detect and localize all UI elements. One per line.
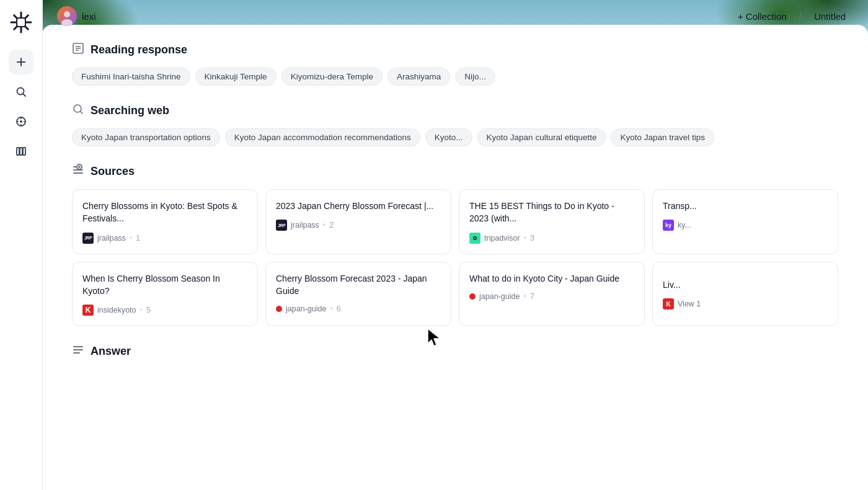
source-favicon-3: [469, 233, 480, 244]
reading-tags-row: Fushimi Inari-taisha Shrine Kinkakuji Te…: [72, 68, 838, 86]
tag-arashiyama[interactable]: Arashiyama: [388, 68, 450, 86]
source-num-3: 3: [530, 234, 534, 243]
source-card-4[interactable]: Transp... ky ky...: [652, 189, 838, 254]
sidebar: [0, 0, 42, 490]
untitled-button[interactable]: Untitled: [807, 7, 853, 25]
source-meta-6: japan-guide • 6: [276, 305, 441, 313]
answer-icon: [72, 344, 84, 359]
reading-response-header: Reading response: [72, 42, 838, 58]
source-sep-6: •: [330, 305, 332, 313]
source-card-1[interactable]: Cherry Blossoms in Kyoto: Best Spots & F…: [72, 189, 258, 254]
header-actions: + Collection / Untitled: [730, 7, 853, 25]
main-content: lexi + Collection / Untitled Reading res…: [42, 0, 868, 490]
source-title-2: 2023 Japan Cherry Blossom Forecast |...: [276, 200, 441, 212]
sources-title: Sources: [91, 165, 135, 178]
search-tag-travel-tips[interactable]: Kyoto Japan travel tips: [611, 128, 714, 146]
source-favicon-2: JRP: [276, 220, 287, 231]
user-info[interactable]: lexi: [57, 6, 96, 26]
source-title-8: Liv...: [663, 278, 681, 291]
sources-grid: Cherry Blossoms in Kyoto: Best Spots & F…: [72, 189, 838, 326]
source-card-3[interactable]: THE 15 BEST Things to Do in Kyoto - 2023…: [459, 189, 645, 254]
answer-section: Answer: [72, 344, 838, 359]
source-favicon-7: [469, 293, 476, 300]
header: lexi + Collection / Untitled: [42, 0, 868, 32]
svg-rect-16: [20, 148, 22, 155]
svg-rect-15: [17, 148, 19, 155]
source-card-7[interactable]: What to do in Kyoto City - Japan Guide j…: [459, 262, 645, 327]
reading-icon: [72, 42, 84, 58]
source-domain-4: ky...: [678, 221, 691, 229]
source-title-7: What to do in Kyoto City - Japan Guide: [469, 272, 634, 285]
breadcrumb-separator: /: [799, 11, 802, 22]
reading-response-title: Reading response: [91, 43, 187, 56]
sources-icon: [72, 164, 84, 179]
source-meta-3: tripadvisor • 3: [469, 233, 634, 244]
source-num-2: 2: [329, 221, 334, 229]
source-meta-7: japan-guide • 7: [469, 292, 634, 301]
search-tags-row: Kyoto Japan transportation options Kyoto…: [72, 128, 838, 146]
source-sep-5: •: [140, 306, 143, 314]
source-card-2[interactable]: 2023 Japan Cherry Blossom Forecast |... …: [265, 189, 451, 254]
source-title-4: Transp...: [663, 200, 828, 212]
source-title-3: THE 15 BEST Things to Do in Kyoto - 2023…: [469, 200, 634, 225]
svg-line-26: [81, 112, 83, 114]
source-domain-2: jrailpass: [291, 221, 319, 229]
search-tag-transportation[interactable]: Kyoto Japan transportation options: [72, 128, 220, 146]
library-button[interactable]: [9, 139, 33, 164]
source-title-6: Cherry Blossom Forecast 2023 - Japan Gui…: [276, 272, 441, 298]
answer-title: Answer: [91, 345, 131, 358]
searching-web-header: Searching web: [72, 103, 838, 118]
searching-web-section: Searching web: [72, 103, 838, 118]
search-tag-kyoto-partial[interactable]: Kyoto...: [425, 128, 472, 146]
sources-header: Sources: [72, 164, 838, 179]
discover-button[interactable]: [9, 109, 33, 134]
username-label: lexi: [82, 11, 96, 22]
source-domain-1: jrailpass: [97, 234, 126, 243]
tag-kinkakuji[interactable]: Kinkakuji Temple: [195, 68, 277, 86]
source-meta-4: ky ky...: [663, 220, 828, 231]
tag-fushimi[interactable]: Fushimi Inari-taisha Shrine: [72, 68, 190, 86]
svg-rect-17: [23, 148, 25, 155]
new-button[interactable]: [9, 50, 33, 74]
sources-section: Sources Cherry Blossoms in Kyoto: Best S…: [72, 164, 838, 326]
source-domain-8: View 1: [678, 300, 701, 308]
searching-web-title: Searching web: [91, 104, 169, 117]
source-domain-5: insidekyoto: [97, 306, 136, 314]
source-num-5: 5: [146, 306, 151, 314]
source-favicon-4: ky: [663, 220, 674, 231]
tag-nijo[interactable]: Nijo...: [455, 68, 495, 86]
source-sep-2: •: [323, 221, 326, 229]
source-num-1: 1: [136, 234, 140, 243]
svg-point-35: [474, 237, 476, 239]
tag-kiyomizudera[interactable]: Kiyomizu-dera Temple: [281, 68, 383, 86]
source-card-6[interactable]: Cherry Blossom Forecast 2023 - Japan Gui…: [265, 262, 451, 327]
source-favicon-1: JRP: [82, 233, 94, 244]
source-meta-5: K insidekyoto • 5: [82, 305, 247, 316]
source-card-5[interactable]: When Is Cherry Blossom Season In Kyoto? …: [72, 262, 258, 327]
source-sep-1: •: [130, 234, 132, 243]
search-tag-accommodation[interactable]: Kyoto Japan accommodation recommendation…: [225, 128, 420, 146]
source-card-8[interactable]: Liv... K View 1: [652, 262, 838, 327]
source-sep-7: •: [523, 292, 526, 301]
search-button[interactable]: [9, 79, 33, 104]
source-title-5: When Is Cherry Blossom Season In Kyoto?: [82, 272, 247, 298]
logo[interactable]: [9, 10, 33, 35]
svg-point-10: [20, 120, 22, 123]
source-domain-3: tripadvisor: [484, 234, 520, 243]
searching-icon: [72, 103, 84, 118]
source-title-1: Cherry Blossoms in Kyoto: Best Spots & F…: [82, 200, 247, 225]
content-card: Reading response Fushimi Inari-taisha Sh…: [42, 25, 868, 490]
source-domain-6: japan-guide: [286, 305, 326, 313]
add-collection-button[interactable]: + Collection: [730, 7, 794, 25]
svg-line-8: [24, 94, 26, 97]
source-favicon-5: K: [82, 305, 94, 316]
avatar: [57, 6, 77, 26]
source-meta-2: JRP jrailpass • 2: [276, 220, 441, 231]
svg-point-7: [17, 88, 24, 95]
source-meta-1: JRP jrailpass • 1: [82, 233, 247, 244]
search-tag-cultural-etiquette[interactable]: Kyoto Japan cultural etiquette: [477, 128, 606, 146]
source-favicon-8: K: [663, 298, 674, 310]
source-domain-7: japan-guide: [479, 292, 520, 301]
source-favicon-6: [276, 306, 282, 312]
source-num-6: 6: [337, 305, 341, 313]
